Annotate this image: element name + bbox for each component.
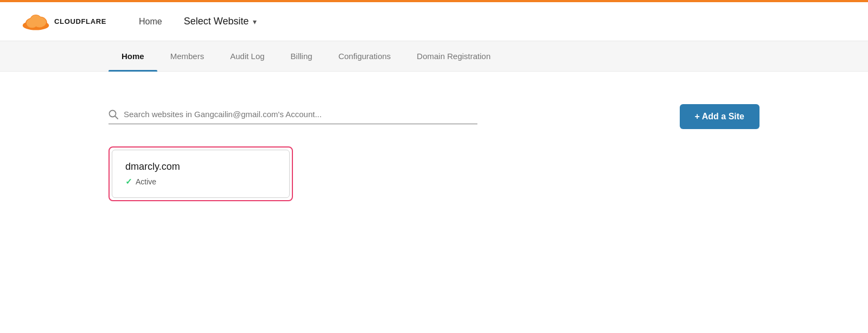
tab-domain-registration[interactable]: Domain Registration [404,41,503,72]
search-row: + Add a Site [108,104,760,129]
select-website-label: Select Website [184,16,249,27]
tab-audit-log[interactable]: Audit Log [217,41,277,72]
main-content: + Add a Site dmarcly.com ✓ Active [0,72,868,289]
tab-billing[interactable]: Billing [278,41,326,72]
site-status: ✓ Active [125,177,276,187]
site-card-wrapper: dmarcly.com ✓ Active [108,146,293,201]
logo-text: CLOUDFLARE [54,17,106,25]
logo-area[interactable]: CLOUDFLARE [22,12,106,31]
header: CLOUDFLARE Home Select Website ▾ [0,2,868,41]
select-website-dropdown[interactable]: Select Website ▾ [173,2,268,41]
site-domain: dmarcly.com [125,161,276,172]
search-input[interactable] [124,110,477,119]
site-status-label: Active [136,177,156,186]
svg-line-8 [115,116,118,119]
nav-home[interactable]: Home [128,2,173,41]
search-icon [108,110,118,119]
svg-point-6 [27,18,38,27]
chevron-down-icon: ▾ [253,17,257,26]
site-card[interactable]: dmarcly.com ✓ Active [112,150,290,198]
active-checkmark-icon: ✓ [125,177,132,187]
tab-home[interactable]: Home [108,41,157,72]
add-site-button[interactable]: + Add a Site [680,104,760,129]
cloudflare-logo-icon [22,12,50,31]
tab-members[interactable]: Members [157,41,218,72]
search-container [108,110,477,124]
secondary-nav: Home Members Audit Log Billing Configura… [0,41,868,72]
tab-configurations[interactable]: Configurations [326,41,404,72]
